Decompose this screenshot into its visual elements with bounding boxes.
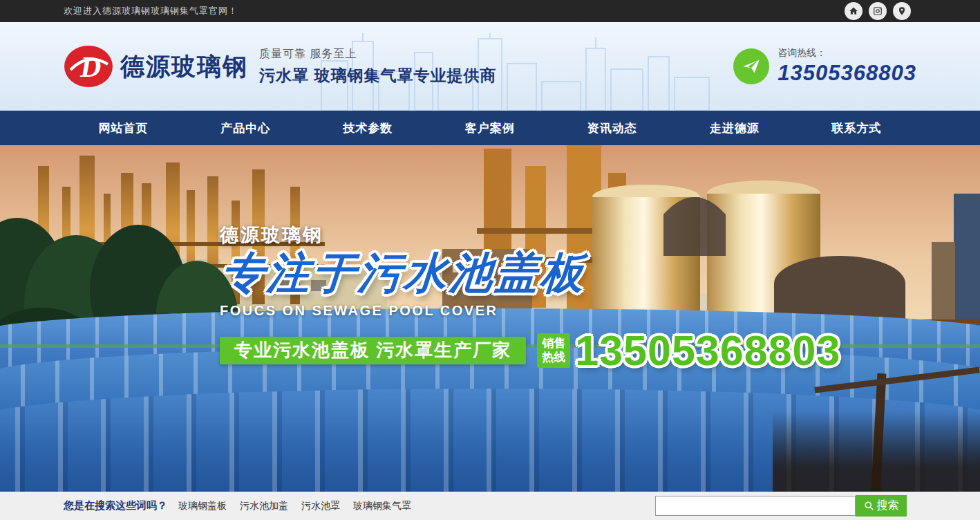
hero-brand: 德源玻璃钢 bbox=[220, 223, 840, 248]
home-icon[interactable] bbox=[845, 2, 863, 20]
main-nav: 网站首页 产品中心 技术参数 客户案例 资讯动态 走进德源 联系方式 bbox=[0, 111, 980, 145]
page: 欢迎进入德源玻璃钢玻璃钢集气罩官网！ bbox=[0, 0, 980, 520]
nav-item-news[interactable]: 资讯动态 bbox=[551, 111, 673, 145]
company-logo[interactable]: D 德源玻璃钢 bbox=[64, 45, 248, 88]
location-icon[interactable] bbox=[893, 2, 911, 20]
sales-hotline-label: 销售 热线 bbox=[537, 333, 570, 369]
search-button-label: 搜索 bbox=[877, 499, 899, 513]
sales-label-line2: 热线 bbox=[542, 351, 565, 364]
logo-text: 德源玻璃钢 bbox=[120, 50, 248, 83]
nav-item-specs[interactable]: 技术参数 bbox=[307, 111, 429, 145]
hotline-label: 咨询热线： bbox=[778, 47, 916, 59]
foreground-shadow bbox=[773, 411, 980, 492]
sales-hotline-number: 13505368803 bbox=[575, 326, 840, 375]
hero-text-block: 德源玻璃钢 专注于污水池盖板 FOUCS ON SEWAGE POOL COVE… bbox=[220, 223, 840, 375]
header-slogan: 质量可靠 服务至上 污水罩 玻璃钢集气罩专业提供商 bbox=[259, 47, 496, 86]
hot-keywords: 玻璃钢盖板 污水池加盖 污水池罩 玻璃钢集气罩 bbox=[178, 500, 411, 512]
keyword-link-1[interactable]: 玻璃钢盖板 bbox=[178, 500, 227, 512]
hero-subheadline: FOUCS ON SEWAGE POOL COVER bbox=[220, 303, 840, 319]
slogan-line2: 污水罩 玻璃钢集气罩专业提供商 bbox=[259, 65, 496, 86]
search-button[interactable]: 搜索 bbox=[856, 495, 907, 517]
paper-plane-icon bbox=[733, 48, 769, 84]
slogan-line1: 质量可靠 服务至上 bbox=[259, 47, 496, 62]
header-hotline: 咨询热线： 13505368803 bbox=[733, 47, 916, 86]
logo-mark-icon: D bbox=[64, 45, 113, 88]
nav-item-about[interactable]: 走进德源 bbox=[673, 111, 795, 145]
keyword-link-3[interactable]: 污水池罩 bbox=[301, 500, 340, 512]
sales-label-line1: 销售 bbox=[542, 337, 565, 351]
keyword-link-2[interactable]: 污水池加盖 bbox=[240, 500, 288, 512]
search-prompt: 您是在搜索这些词吗？ bbox=[64, 499, 167, 512]
hero-headline: 专注于污水池盖板 bbox=[220, 250, 844, 297]
search-icon bbox=[864, 501, 874, 511]
top-bar: 欢迎进入德源玻璃钢玻璃钢集气罩官网！ bbox=[0, 0, 980, 22]
hero-sales-hotline: 销售 热线 13505368803 bbox=[537, 326, 840, 375]
search-bar: 您是在搜索这些词吗？ 玻璃钢盖板 污水池加盖 污水池罩 玻璃钢集气罩 搜索 bbox=[0, 492, 980, 520]
search-input[interactable] bbox=[655, 496, 856, 516]
hero-banner: 德源玻璃钢 专注于污水池盖板 FOUCS ON SEWAGE POOL COVE… bbox=[0, 145, 980, 492]
site-header: D 德源玻璃钢 质量可靠 服务至上 污水罩 玻璃钢集气罩专业提供商 咨询热线： … bbox=[0, 22, 980, 111]
nav-item-cases[interactable]: 客户案例 bbox=[429, 111, 552, 145]
nav-item-contact[interactable]: 联系方式 bbox=[795, 111, 918, 145]
instagram-icon[interactable] bbox=[869, 2, 887, 20]
keyword-link-4[interactable]: 玻璃钢集气罩 bbox=[353, 500, 411, 512]
search-box: 搜索 bbox=[655, 495, 907, 517]
welcome-text: 欢迎进入德源玻璃钢玻璃钢集气罩官网！ bbox=[64, 5, 238, 17]
hotline-number: 13505368803 bbox=[778, 61, 916, 86]
hero-banner-text: 专业污水池盖板 污水罩生产厂家 bbox=[220, 337, 526, 364]
nav-item-home[interactable]: 网站首页 bbox=[62, 111, 185, 145]
topbar-social-icons bbox=[845, 2, 911, 20]
nav-item-products[interactable]: 产品中心 bbox=[185, 111, 307, 145]
svg-text:D: D bbox=[79, 51, 101, 83]
